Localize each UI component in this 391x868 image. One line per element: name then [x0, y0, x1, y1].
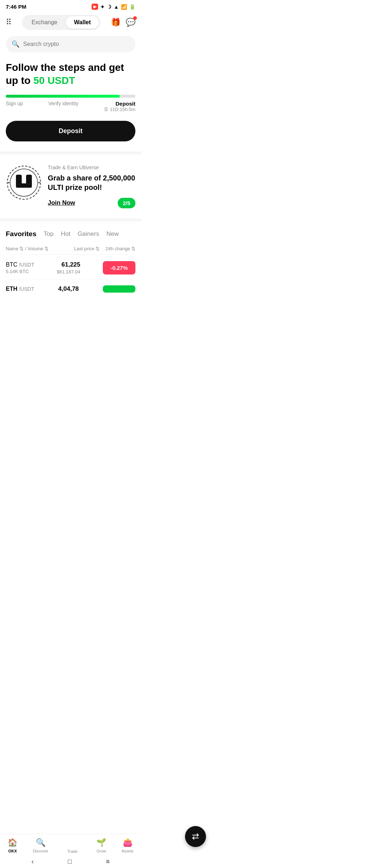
promo-card: Trade & Earn Ultiverse Grab a share of 2… — [0, 157, 141, 216]
message-button[interactable]: 💬 — [126, 18, 135, 27]
promo-section: Follow the steps and get up to 50 USDT S… — [0, 58, 141, 149]
search-input[interactable] — [23, 41, 130, 47]
status-bar: 7:46 PM ▶ ✦ ☽ ▲ 📶 🔋 — [0, 0, 141, 12]
ultiverse-logo — [6, 165, 42, 201]
change-badge-btc: -0.27% — [103, 261, 135, 275]
table-row-partial[interactable]: ETH /USDT 4,04,78 — [6, 280, 135, 298]
join-now-button[interactable]: Join Now — [48, 199, 75, 207]
section-divider — [0, 152, 141, 154]
step-verify: Verify identity — [48, 101, 78, 112]
pagination-badge: 2/5 — [118, 198, 135, 208]
record-icon: ▶ — [92, 4, 98, 10]
svg-rect-4 — [16, 183, 32, 188]
deposit-timer: 🗓 11D:15h:5m — [104, 107, 135, 112]
grid-icon[interactable]: ⠿ — [6, 18, 12, 27]
coin-base-btc: BTC — [6, 261, 17, 268]
svg-point-5 — [8, 182, 9, 183]
status-time: 7:46 PM — [6, 4, 26, 10]
tab-exchange[interactable]: Exchange — [24, 16, 65, 29]
tab-new[interactable]: New — [106, 230, 119, 238]
price-main-btc: 61,225 — [57, 261, 80, 268]
step-deposit: Deposit 🗓 11D:15h:5m — [104, 101, 135, 112]
progress-bar — [6, 95, 135, 98]
price-info-btc: 61,225 $61,187.04 — [57, 261, 80, 275]
tab-top[interactable]: Top — [43, 230, 53, 238]
svg-point-6 — [38, 182, 40, 183]
wifi-icon: 📶 — [121, 4, 127, 10]
svg-point-0 — [7, 166, 41, 199]
search-bar[interactable]: 🔍 — [6, 36, 135, 52]
deposit-label: Deposit — [104, 101, 135, 107]
tab-wallet[interactable]: Wallet — [66, 16, 99, 29]
table-header: Name ⇅ / Volume ⇅ Last price ⇅ 24h chang… — [6, 243, 135, 255]
message-badge — [133, 16, 137, 20]
coin-quote-btc: /USDT — [19, 262, 34, 268]
coin-quote-eth: /USDT — [19, 286, 34, 292]
promo-subtitle: Trade & Earn Ultiverse — [48, 165, 135, 170]
market-divider — [0, 218, 141, 221]
promo-highlight: 50 USDT — [33, 75, 75, 86]
promo-footer: Join Now 2/5 — [48, 198, 135, 208]
header-last-price[interactable]: Last price ⇅ — [74, 246, 100, 251]
bluetooth-icon: ✦ — [100, 4, 105, 10]
tab-gainers[interactable]: Gainers — [77, 230, 99, 238]
table-row[interactable]: BTC /USDT 5.14K BTC 61,225 $61,187.04 -0… — [6, 256, 135, 280]
deposit-button[interactable]: Deposit — [6, 121, 135, 141]
header: ⠿ Exchange Wallet 🎁 💬 — [0, 12, 141, 34]
promo-description: Grab a share of 2,500,000 ULTI prize poo… — [48, 173, 135, 192]
gift-button[interactable]: 🎁 — [111, 18, 121, 27]
progress-labels: Sign up Verify identity Deposit 🗓 11D:15… — [6, 101, 135, 112]
coin-pair-btc: BTC /USDT — [6, 261, 34, 268]
tab-hot[interactable]: Hot — [61, 230, 70, 238]
header-name-volume[interactable]: Name ⇅ / Volume ⇅ — [6, 246, 49, 251]
header-tabs: Exchange Wallet — [22, 15, 100, 30]
market-tabs: Favorites Top Hot Gainers New — [6, 230, 135, 238]
coin-base-eth: ETH — [6, 286, 17, 292]
progress-section: Sign up Verify identity Deposit 🗓 11D:15… — [6, 95, 135, 112]
price-main-eth: 4,04,78 — [58, 285, 79, 293]
search-icon: 🔍 — [12, 40, 20, 48]
moon-icon: ☽ — [107, 4, 112, 10]
change-badge-eth — [103, 285, 135, 293]
coin-info-eth: ETH /USDT — [6, 286, 34, 292]
coin-info-btc: BTC /USDT 5.14K BTC — [6, 261, 34, 274]
header-24h-change[interactable]: 24h change ⇅ — [105, 246, 135, 251]
battery-icon: 🔋 — [129, 4, 135, 10]
price-usd-btc: $61,187.04 — [57, 269, 80, 275]
tab-favorites[interactable]: Favorites — [6, 230, 36, 238]
price-info-eth: 4,04,78 — [58, 285, 79, 293]
coin-volume-btc: 5.14K BTC — [6, 269, 34, 274]
step-signup: Sign up — [6, 101, 23, 112]
coin-pair-eth: ETH /USDT — [6, 286, 34, 292]
market-section: Favorites Top Hot Gainers New Name ⇅ / V… — [0, 224, 141, 298]
header-price-change: Last price ⇅ 24h change ⇅ — [74, 246, 135, 251]
header-actions: 🎁 💬 — [111, 18, 135, 27]
promo-content: Trade & Earn Ultiverse Grab a share of 2… — [48, 165, 135, 208]
svg-point-1 — [10, 169, 38, 196]
status-icons: ▶ ✦ ☽ ▲ 📶 🔋 — [92, 4, 135, 10]
promo-title: Follow the steps and get up to 50 USDT — [6, 61, 135, 88]
signal-icon: ▲ — [114, 4, 119, 10]
progress-fill — [6, 95, 120, 98]
